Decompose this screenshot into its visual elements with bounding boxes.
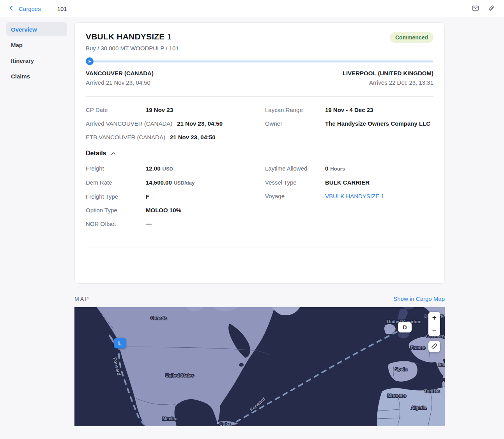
show-in-cargo-map-link[interactable]: Show in Cargo Map <box>393 295 445 302</box>
mail-icon <box>472 5 479 12</box>
status-badge: Commenced <box>390 32 433 43</box>
map-label-canada: Canada <box>150 316 167 320</box>
detail-row-freight: Freight12.00USD <box>86 165 265 172</box>
topbar: Cargoes 101 <box>0 0 504 18</box>
summary-row-laycan: Laycan Range19 Nov - 4 Dec 23 <box>265 107 433 114</box>
detail-row-laytime: Laytime Allowed0Hours <box>265 165 433 172</box>
map-label-united-states: United States <box>165 373 194 378</box>
cargo-id: 101 <box>57 5 67 12</box>
summary-row-cp-date: CP Date19 Nov 23 <box>86 107 265 114</box>
map-label-cuba: Cuba <box>219 422 231 426</box>
summary-row-owner: OwnerThe Handysize Owners Company LLC <box>265 120 433 127</box>
load-port-name: VANCOUVER (CANADA) <box>86 70 154 76</box>
map-label-italy: Italy <box>439 363 445 367</box>
detail-row-dem-rate: Dem Rate14,500.00USD/day <box>86 179 265 187</box>
mail-button[interactable] <box>470 3 481 15</box>
zoom-out-button[interactable]: − <box>428 324 440 336</box>
progress-track <box>89 60 433 62</box>
map-label-morocco: Morocco <box>387 393 406 398</box>
chevron-left-icon <box>9 5 14 13</box>
paperclip-icon <box>488 5 495 13</box>
map[interactable]: Forward Forward Canada United States Mex… <box>74 307 445 426</box>
ruler-icon <box>431 343 437 350</box>
cargo-subtitle: Buy / 30,000 MT WOODPULP / 101 <box>86 45 179 52</box>
divider <box>86 247 433 247</box>
sidebar: Overview Map Itinerary Claims <box>6 22 67 426</box>
voyage-progress-bar <box>86 57 433 65</box>
water-great-lakes <box>253 369 256 371</box>
page-title: VBULK HANDYSIZE 1 <box>86 32 179 41</box>
sidebar-item-itinerary[interactable]: Itinerary <box>6 53 67 68</box>
land-sardinia <box>442 381 445 388</box>
breadcrumb-cargoes[interactable]: Cargoes <box>19 5 41 12</box>
chevron-up-icon <box>111 150 116 157</box>
discharge-port-block: LIVERPOOL (UNITED KINGDOM) Arrives 22 De… <box>343 70 433 86</box>
sidebar-item-claims[interactable]: Claims <box>6 69 67 83</box>
discharge-port-name: LIVERPOOL (UNITED KINGDOM) <box>343 70 433 76</box>
voyage-link[interactable]: VBULK HANDYSIZE 1 <box>325 193 384 200</box>
load-port-block: VANCOUVER (CANADA) Arrived 21 Nov 23, 04… <box>86 70 154 86</box>
map-zoom-control: + − <box>428 312 440 336</box>
water-great-lakes <box>239 363 244 367</box>
cargo-card: VBULK HANDYSIZE 1 Buy / 30,000 MT WOODPU… <box>74 22 445 284</box>
map-label-mexico: Mexico <box>163 416 178 421</box>
discharge-port-status: Arrives 22 Dec 23, 13:31 <box>343 79 433 86</box>
zoom-in-button[interactable]: + <box>428 312 440 324</box>
details-toggle[interactable]: Details <box>86 150 433 157</box>
details-grid: Freight12.00USD Dem Rate14,500.00USD/day… <box>86 165 433 227</box>
sidebar-item-overview[interactable]: Overview <box>6 22 67 36</box>
load-port-marker[interactable]: L <box>114 338 126 348</box>
map-section-title: MAP <box>74 296 90 302</box>
details-title: Details <box>86 150 106 157</box>
attachment-button[interactable] <box>485 3 497 15</box>
back-button[interactable]: Cargoes <box>9 5 41 13</box>
detail-row-nor-offset: NOR Offset— <box>86 220 265 227</box>
detail-row-voyage: VoyageVBULK HANDYSIZE 1 <box>265 193 433 200</box>
load-port-status: Arrived 21 Nov 23, 04:50 <box>86 79 154 86</box>
map-label-tunisia: Tunisia <box>424 389 440 393</box>
summary-row-arrived: Arrived VANCOUVER (CANADA)21 Nov 23, 04:… <box>86 120 265 127</box>
map-label-france: France <box>410 345 425 350</box>
detail-row-freight-type: Freight TypeF <box>86 193 265 200</box>
sidebar-item-map[interactable]: Map <box>6 38 67 52</box>
summary-row-etb: ETB VANCOUVER (CANADA)21 Nov 23, 04:50 <box>86 134 265 141</box>
water-great-lakes <box>246 366 250 369</box>
map-label-algeria: Algeria <box>411 405 427 410</box>
land-greenland <box>272 307 300 315</box>
route-forward-label: Forward <box>249 396 267 412</box>
divider <box>86 96 433 97</box>
vessel-position-icon <box>86 57 94 65</box>
detail-row-vessel-type: Vessel TypeBULK CARRIER <box>265 179 433 186</box>
summary-grid: CP Date19 Nov 23 Arrived VANCOUVER (CANA… <box>86 107 433 141</box>
measure-button[interactable] <box>428 341 440 352</box>
discharge-port-marker[interactable]: D <box>398 322 412 332</box>
detail-row-option-type: Option TypeMOLOO 10% <box>86 207 265 214</box>
map-label-spain: Spain <box>395 367 407 371</box>
main-content: VBULK HANDYSIZE 1 Buy / 30,000 MT WOODPU… <box>74 22 445 426</box>
map-canvas: Forward Forward Canada United States Mex… <box>74 307 445 426</box>
